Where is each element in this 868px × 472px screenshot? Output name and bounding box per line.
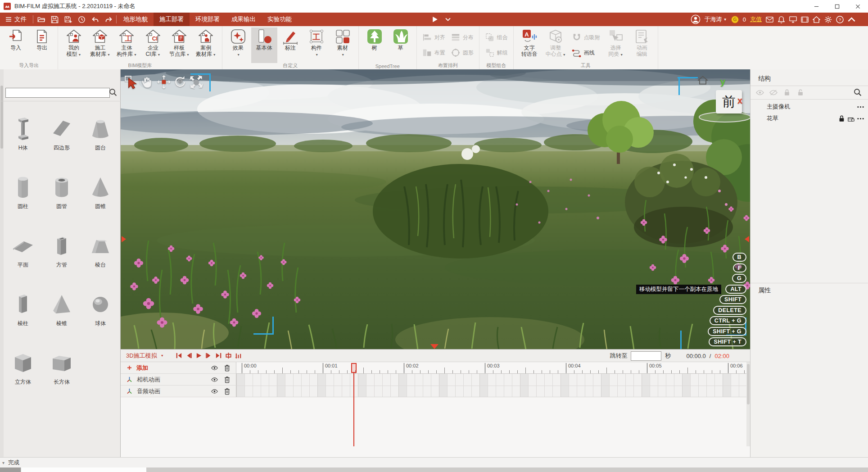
ribbon-button[interactable]: 标注	[277, 27, 303, 63]
menu-tab-4[interactable]: 成果输出	[226, 13, 262, 26]
user-name[interactable]: 于海涛▼	[705, 15, 727, 23]
timeline-vertical-scrollbar[interactable]	[746, 362, 750, 446]
ribbon-button[interactable]: 解组	[482, 46, 511, 59]
viewport-3d[interactable]: 前 y x 移动模型并留下一个副本在原地 BFGALTSHIFTDELETECT…	[121, 69, 750, 349]
shape-search-input[interactable]	[5, 88, 110, 98]
ribbon-button[interactable]: 点吸附	[569, 31, 603, 44]
shape-item[interactable]: 圆台	[81, 104, 120, 163]
model-lock-icon[interactable]	[848, 115, 854, 122]
shape-item[interactable]: 圆柱	[4, 163, 42, 222]
menu-tab-3[interactable]: 环境部署	[190, 13, 226, 26]
menu-tab-2[interactable]: 施工部署	[154, 13, 190, 26]
ribbon-button[interactable]: 素材▼	[330, 27, 356, 63]
select-tool-icon[interactable]	[124, 75, 140, 90]
loop-icon[interactable]	[225, 352, 232, 359]
timeline-track[interactable]: 音频动画	[121, 386, 236, 397]
ribbon-button[interactable]: A文字转语音	[516, 27, 542, 63]
ribbon-button[interactable]: 样板节点库▼	[166, 27, 193, 63]
eye-icon[interactable]	[211, 376, 218, 383]
scrollbar-thumb[interactable]	[21, 467, 146, 472]
ribbon-button[interactable]: 案例素材库▼	[193, 27, 219, 63]
gizmo-arrow-down[interactable]	[430, 344, 439, 349]
folder-open-button[interactable]	[34, 13, 48, 26]
eye-icon[interactable]	[211, 388, 218, 395]
eye-off-icon[interactable]	[769, 89, 778, 96]
skip-start-icon[interactable]	[176, 352, 182, 359]
eye-icon[interactable]	[211, 364, 218, 372]
play-dropdown-icon[interactable]	[445, 16, 451, 23]
shape-item[interactable]: 棱柱	[4, 280, 42, 339]
minimize-button[interactable]	[806, 0, 827, 13]
menu-tab-5[interactable]: 实验功能	[262, 13, 298, 26]
left-scrollbar[interactable]	[0, 69, 4, 457]
axis-x-label[interactable]: x	[737, 95, 742, 106]
file-menu-button[interactable]: 文件	[0, 13, 32, 26]
more-icon[interactable]	[857, 104, 864, 110]
ribbon-button[interactable]: 导出	[29, 27, 55, 63]
ribbon-button[interactable]: 调整中心点▼	[542, 27, 569, 63]
save-button[interactable]	[48, 13, 61, 26]
recharge-link[interactable]: 充值	[750, 15, 762, 23]
ribbon-button[interactable]: 导入	[3, 27, 29, 63]
structure-item[interactable]: 主摄像机	[750, 101, 868, 113]
maximize-button[interactable]	[827, 0, 847, 13]
undo-button[interactable]	[88, 13, 102, 26]
ribbon-button[interactable]: 树	[362, 27, 388, 63]
timeline-grid[interactable]	[236, 374, 746, 397]
ribbon-button[interactable]: 布置	[420, 46, 448, 59]
shape-item[interactable]: 长方体	[42, 339, 81, 397]
lock-icon[interactable]	[838, 115, 845, 122]
trash-icon[interactable]	[224, 388, 231, 395]
shape-item[interactable]: 圆锥	[81, 163, 120, 222]
more-icon[interactable]	[857, 115, 864, 122]
move-tool-icon[interactable]	[157, 75, 172, 90]
ribbon-button[interactable]: 圆形	[448, 46, 476, 59]
shape-item[interactable]: 棱台	[81, 222, 120, 280]
ribbon-button[interactable]: 效果▼	[225, 27, 251, 63]
gizmo-arrow-right[interactable]	[745, 236, 749, 242]
trash-icon[interactable]	[224, 376, 231, 383]
play-small-icon[interactable]	[195, 352, 202, 359]
skip-end-icon[interactable]	[215, 352, 222, 359]
help-icon[interactable]: ?	[836, 16, 844, 23]
home-icon[interactable]	[813, 16, 820, 23]
search-icon[interactable]	[109, 88, 117, 96]
ribbon-button[interactable]: 我的模型▼	[61, 27, 87, 63]
screen-icon[interactable]	[789, 16, 797, 23]
shape-item[interactable]: 平面	[4, 222, 42, 280]
playhead-handle[interactable]	[351, 363, 357, 373]
film-icon[interactable]	[801, 16, 809, 23]
timeline-track[interactable]: 相机动画	[121, 374, 236, 386]
ribbon-button[interactable]: 画线	[569, 46, 603, 59]
unlock-icon[interactable]	[796, 89, 805, 96]
ribbon-button[interactable]: 工主体构件库▼	[113, 27, 140, 63]
trash-icon[interactable]	[224, 364, 231, 372]
ribbon-button[interactable]: 动画编辑	[629, 27, 655, 63]
add-track-button[interactable]: 添加	[121, 362, 236, 374]
home-view-icon[interactable]	[698, 76, 708, 85]
shape-item[interactable]: 方管	[42, 222, 81, 280]
history-button[interactable]	[75, 13, 88, 26]
gizmo-arrow-left[interactable]	[122, 236, 126, 242]
lock-icon[interactable]	[783, 89, 791, 96]
gear-icon[interactable]	[824, 16, 832, 23]
shape-item[interactable]: 球体	[81, 280, 120, 339]
menu-tab-1[interactable]: 地形地貌	[118, 13, 154, 26]
step-forward-icon[interactable]	[205, 352, 212, 359]
ribbon-button[interactable]: 工构件▼	[303, 27, 330, 63]
shape-item[interactable]: 立方体	[4, 339, 42, 397]
save-as-button[interactable]	[61, 13, 75, 26]
mail-icon[interactable]	[766, 16, 773, 23]
rotate-tool-icon[interactable]	[173, 75, 188, 90]
avatar-icon[interactable]	[691, 14, 701, 24]
ribbon-button[interactable]: 施工素材库▼	[87, 27, 113, 63]
ribbon-button[interactable]: 分布	[448, 31, 476, 44]
redo-button[interactable]	[102, 13, 115, 26]
timeline-ruler[interactable]: 00:0000:0100:0200:0300:0400:0500:06	[236, 362, 746, 374]
jump-input[interactable]	[631, 351, 661, 361]
pan-tool-icon[interactable]	[140, 75, 156, 90]
scale-tool-icon[interactable]	[189, 75, 204, 90]
collapse-icon[interactable]	[848, 16, 855, 23]
ribbon-button[interactable]: 基本体	[251, 27, 277, 63]
ribbon-button[interactable]: CI企业CI库▼	[140, 27, 166, 63]
